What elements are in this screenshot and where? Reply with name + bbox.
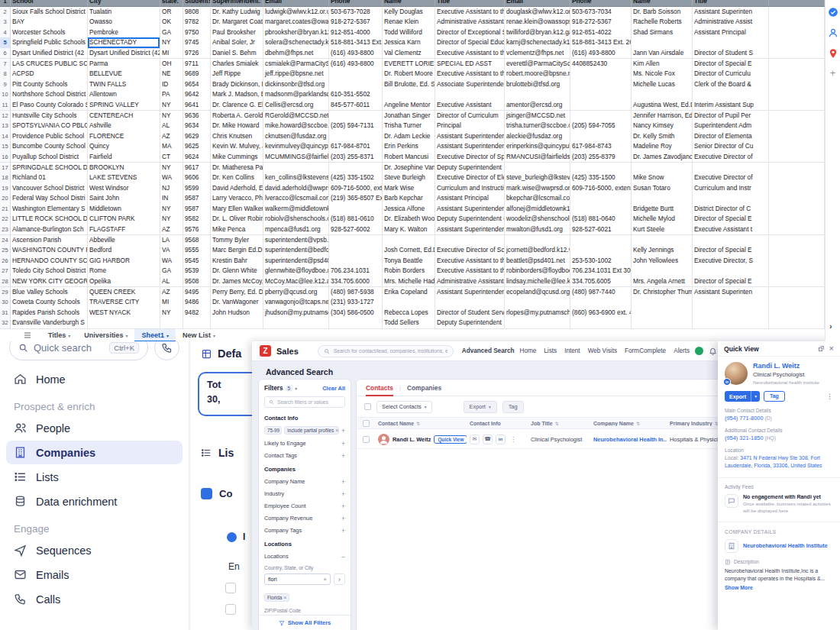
- spreadsheet-cell[interactable]: Jonathan Singer: [383, 111, 435, 121]
- spreadsheet-cell[interactable]: AZ: [160, 131, 183, 142]
- row-number[interactable]: 26: [0, 256, 11, 267]
- spreadsheet-cell[interactable]: Administrative Assistant t: [435, 276, 505, 287]
- spreadsheet-cell[interactable]: Mrs. Michelle Haddad: [383, 276, 435, 287]
- spreadsheet-cell[interactable]: [632, 193, 693, 204]
- nav-home[interactable]: Home: [519, 347, 536, 354]
- spreadsheet-cell[interactable]: Todd Sellers: [383, 318, 435, 328]
- spreadsheet-cell[interactable]: [769, 183, 825, 194]
- spreadsheet-cell[interactable]: (231) 933-1727: [329, 297, 383, 308]
- spreadsheet-cell[interactable]: Assistant Principal: [435, 193, 505, 204]
- chevron-down-icon[interactable]: ▾: [295, 386, 297, 391]
- spreadsheet-cell[interactable]: [693, 163, 769, 173]
- spreadsheet-cell[interactable]: [329, 163, 383, 173]
- spreadsheet-cell[interactable]: Mike Snow: [632, 173, 693, 183]
- spreadsheet-cell[interactable]: Blue Valley Schools: [11, 287, 88, 298]
- spreadsheet-cell[interactable]: Parma: [88, 59, 160, 69]
- bell-icon[interactable]: [709, 347, 717, 355]
- spreadsheet-cell[interactable]: Nancy Kimsey: [632, 121, 693, 131]
- spreadsheet-cell[interactable]: Coweta County Schools: [11, 297, 88, 308]
- spreadsheet-cell[interactable]: EVERETT LORIE: [383, 59, 435, 69]
- spreadsheet-cell[interactable]: 9711: [183, 59, 211, 69]
- spreadsheet-cell[interactable]: Pitt County Schools: [11, 79, 88, 90]
- spreadsheet-cell[interactable]: 9629: [183, 131, 211, 142]
- export-button[interactable]: Export▾: [464, 401, 497, 413]
- column-primary-industry[interactable]: Primary Industry⇅: [667, 421, 718, 426]
- row-number[interactable]: 20: [0, 193, 11, 204]
- spreadsheet-cell[interactable]: Executive Director of Spec: [435, 152, 505, 163]
- spreadsheet-cell[interactable]: [570, 245, 632, 256]
- spreadsheet-cell[interactable]: everettl@ParmaCitySchoo: [505, 59, 570, 69]
- spreadsheet-cell[interactable]: ACPSD: [11, 69, 88, 79]
- spreadsheet-cell[interactable]: Dr. Adam Leckie: [383, 131, 435, 142]
- spreadsheet-cell[interactable]: Paul Brooksher: [211, 27, 263, 38]
- spreadsheet-cell[interactable]: mike.howard@sccboe.org: [263, 121, 329, 131]
- radio-selected-icon[interactable]: [227, 532, 237, 542]
- spreadsheet-cell[interactable]: Assistant Superintendent: [435, 141, 505, 152]
- spreadsheet-cell[interactable]: [505, 163, 570, 173]
- spreadsheet-cell[interactable]: Vancouver School District: [11, 183, 88, 194]
- spreadsheet-cell[interactable]: [693, 318, 769, 328]
- remove-icon[interactable]: ×: [283, 595, 286, 600]
- spreadsheet-cell[interactable]: woodeliz@shenschools.or: [505, 214, 570, 225]
- spreadsheet-cell[interactable]: McCoy.Mac@lee.k12.al.u: [263, 276, 329, 287]
- spreadsheet-cell[interactable]: alfonej@middletownk12.o: [505, 204, 570, 215]
- spreadsheet-cell[interactable]: [769, 235, 825, 246]
- spreadsheet-cell[interactable]: Executive Director, S: [693, 256, 769, 267]
- row-number[interactable]: 9: [0, 79, 11, 90]
- spreadsheet-cell[interactable]: Kim Allen: [632, 59, 693, 69]
- spreadsheet-cell[interactable]: Federal Way School Distri: [11, 193, 88, 204]
- spreadsheet-cell[interactable]: margaret.coates@owasso: [263, 17, 329, 27]
- spreadsheet-cell[interactable]: 9654: [183, 79, 211, 90]
- spreadsheet-cell[interactable]: [505, 89, 570, 100]
- spreadsheet-cell[interactable]: 912-851-4022: [570, 27, 632, 38]
- list-item-fragment[interactable]: Co: [201, 488, 232, 499]
- contact-name-link[interactable]: Randi L. Weitz: [753, 362, 819, 370]
- advanced-search-link[interactable]: Advanced Search: [462, 347, 515, 354]
- spreadsheet-cell[interactable]: CT: [160, 152, 183, 163]
- spreadsheet-cell[interactable]: TRAVERSE CITY: [88, 297, 160, 308]
- spreadsheet-cell[interactable]: Director of Special E: [693, 245, 769, 256]
- spreadsheet-cell[interactable]: Dr. Christopher Thuman: [632, 287, 693, 298]
- spreadsheet-cell[interactable]: Rapides Parish Schools: [11, 308, 88, 318]
- spreadsheet-cell[interactable]: Barb Kepchar: [383, 193, 435, 204]
- chevron-down-icon[interactable]: ▾: [68, 333, 70, 338]
- spreadsheet-cell[interactable]: Mary Ellen Walker: [211, 204, 263, 215]
- spreadsheet-cell[interactable]: Kevin W. Mulvey, J.D: [211, 141, 263, 152]
- global-search-input[interactable]: Search for contact/lead, companies, inst…: [318, 345, 454, 357]
- spreadsheet-cell[interactable]: 706.234.1031 Ext 3006: [570, 266, 632, 276]
- spreadsheet-cell[interactable]: [769, 225, 825, 235]
- row-number[interactable]: 6: [0, 48, 11, 59]
- spreadsheet-cell[interactable]: Madeline Roy: [632, 141, 693, 152]
- spreadsheet-cell[interactable]: 9495: [183, 287, 211, 298]
- row-number[interactable]: 17: [0, 163, 11, 173]
- spreadsheet-cell[interactable]: Assistant Superintendent: [435, 204, 505, 215]
- spreadsheet-cell[interactable]: MI: [160, 48, 183, 59]
- spreadsheet-cell[interactable]: steve_burleigh@lkstevens: [505, 173, 570, 183]
- spreadsheet-cell[interactable]: Director of Pupil Per: [693, 111, 769, 121]
- spreadsheet-cell[interactable]: MA: [160, 141, 183, 152]
- spreadsheet-cell[interactable]: SPRINGDALE SCHOOL DIS: [11, 163, 88, 173]
- spreadsheet-cell[interactable]: ken_collins@lkstevens.we: [263, 173, 329, 183]
- spreadsheet-cell[interactable]: jhudson@my.putnamschc: [263, 308, 329, 318]
- spreadsheet-cell[interactable]: FLAGSTAFF: [88, 225, 160, 235]
- spreadsheet-cell[interactable]: superintendent@vpsb.ne: [263, 235, 329, 246]
- spreadsheet-cell[interactable]: Washington Elementary S: [11, 204, 88, 215]
- spreadsheet-cell[interactable]: [383, 297, 435, 308]
- plus-icon[interactable]: +: [830, 69, 836, 77]
- spreadsheet-cell[interactable]: lveracco@lcscmail.com: [263, 193, 329, 204]
- spreadsheet-cell[interactable]: LAKE STEVENS: [88, 173, 160, 183]
- spreadsheet-cell[interactable]: Executive Assistant to the: [435, 7, 505, 18]
- select-all-checkbox[interactable]: [364, 403, 371, 410]
- spreadsheet-cell[interactable]: [632, 89, 693, 100]
- spreadsheet-cell[interactable]: CENTEREACH: [88, 111, 160, 121]
- chevron-down-icon[interactable]: ▾: [166, 333, 169, 338]
- row-number[interactable]: 22: [0, 214, 11, 225]
- spreadsheet-cell[interactable]: solera@schenectady.k12.: [263, 37, 329, 48]
- spreadsheet-cell[interactable]: WEST NYACK: [88, 308, 160, 318]
- row-number[interactable]: 8: [0, 69, 11, 79]
- spreadsheet-cell[interactable]: Director of Special E: [693, 59, 769, 69]
- row-checkbox[interactable]: [363, 436, 370, 443]
- spreadsheet-cell[interactable]: dbehm@fhps.net: [263, 48, 329, 59]
- spreadsheet-cell[interactable]: Dr. Mike Howard: [211, 121, 263, 131]
- spreadsheet-cell[interactable]: Robert Mancusi: [383, 152, 435, 163]
